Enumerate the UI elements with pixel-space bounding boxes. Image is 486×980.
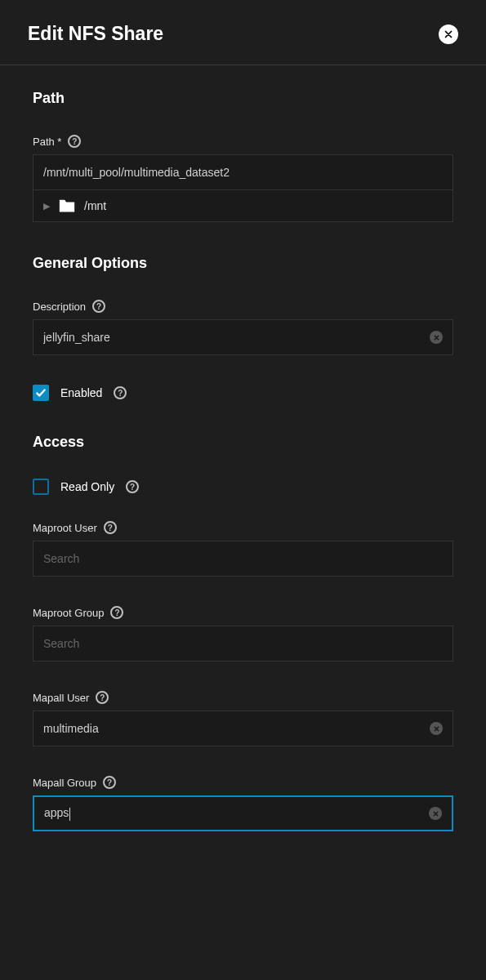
maproot-user-input[interactable] bbox=[33, 541, 453, 577]
maproot-user-label: Maproot User bbox=[33, 522, 97, 534]
description-input[interactable] bbox=[33, 319, 453, 355]
path-tree-root[interactable]: ▶ /mnt bbox=[33, 190, 453, 222]
section-title-access: Access bbox=[33, 434, 453, 451]
path-field-label: Path * bbox=[33, 136, 61, 148]
panel-header: Edit NFS Share bbox=[0, 0, 486, 65]
expand-icon[interactable]: ▶ bbox=[43, 201, 50, 212]
mapall-group-value: apps bbox=[44, 806, 70, 820]
close-button[interactable] bbox=[439, 24, 458, 44]
maproot-group-label: Maproot Group bbox=[33, 607, 104, 619]
enabled-row: Enabled ? bbox=[33, 385, 453, 401]
path-value: /mnt/multi_pool/multimedia_dataset2 bbox=[43, 166, 230, 179]
mapall-user-label: Mapall User bbox=[33, 692, 89, 704]
help-icon[interactable]: ? bbox=[92, 300, 105, 313]
mapall-user-field[interactable] bbox=[43, 711, 430, 746]
clear-icon[interactable] bbox=[430, 722, 443, 735]
help-icon[interactable]: ? bbox=[126, 480, 139, 493]
help-icon[interactable]: ? bbox=[114, 386, 127, 399]
enabled-label: Enabled bbox=[60, 386, 102, 399]
read-only-checkbox[interactable] bbox=[33, 479, 49, 495]
help-icon[interactable]: ? bbox=[110, 606, 123, 619]
help-icon[interactable]: ? bbox=[104, 521, 117, 534]
mapall-user-input[interactable] bbox=[33, 710, 453, 746]
clear-icon[interactable] bbox=[430, 331, 443, 344]
mapall-group-input[interactable]: apps bbox=[33, 795, 453, 831]
help-icon[interactable]: ? bbox=[103, 776, 116, 789]
panel-title: Edit NFS Share bbox=[28, 23, 163, 45]
section-title-path: Path bbox=[33, 90, 453, 107]
help-icon[interactable]: ? bbox=[68, 135, 81, 148]
path-input[interactable]: /mnt/multi_pool/multimedia_dataset2 bbox=[33, 154, 453, 190]
tree-root-label: /mnt bbox=[84, 199, 106, 212]
description-input-field[interactable] bbox=[43, 320, 430, 354]
section-title-general: General Options bbox=[33, 255, 453, 272]
mapall-group-label: Mapall Group bbox=[33, 777, 96, 789]
help-icon[interactable]: ? bbox=[96, 691, 109, 704]
maproot-user-field[interactable] bbox=[43, 541, 443, 576]
read-only-row: Read Only ? bbox=[33, 479, 453, 495]
enabled-checkbox[interactable] bbox=[33, 385, 49, 401]
maproot-group-field[interactable] bbox=[43, 626, 443, 661]
folder-icon bbox=[58, 198, 76, 213]
description-label: Description bbox=[33, 301, 86, 313]
maproot-group-input[interactable] bbox=[33, 626, 453, 662]
clear-icon[interactable] bbox=[429, 807, 442, 820]
close-icon bbox=[443, 29, 454, 40]
read-only-label: Read Only bbox=[60, 480, 114, 493]
check-icon bbox=[35, 387, 47, 399]
